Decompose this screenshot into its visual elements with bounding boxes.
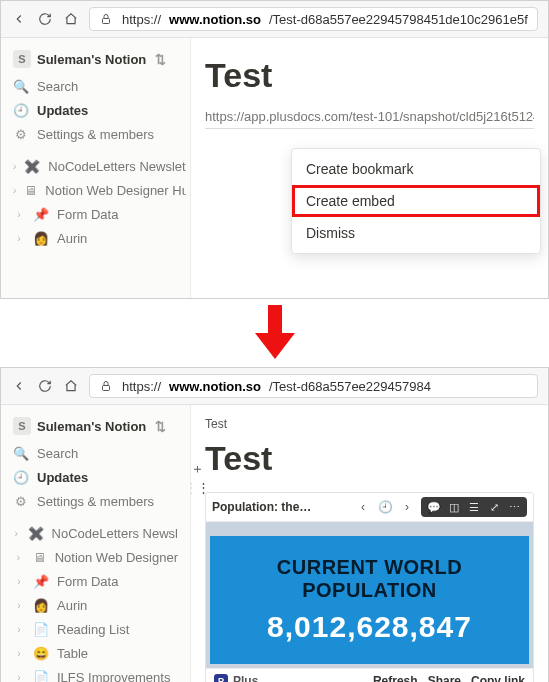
drag-handle-icon[interactable]: ⋮⋮ — [191, 479, 205, 495]
menu-create-embed[interactable]: Create embed — [292, 185, 540, 217]
prev-icon[interactable]: ‹ — [355, 499, 371, 515]
next-icon[interactable]: › — [399, 499, 415, 515]
svg-rect-2 — [103, 386, 110, 391]
reload-icon[interactable] — [37, 11, 53, 27]
chevron-right-icon[interactable]: › — [13, 600, 25, 611]
more-icon[interactable]: ⋯ — [505, 499, 523, 515]
sidebar-page[interactable]: ›🖥Notion Web Designer — [5, 545, 186, 569]
nav-search[interactable]: 🔍Search — [5, 74, 186, 98]
sidebar-page[interactable]: ›👩Aurin — [5, 226, 186, 250]
pasted-link[interactable]: https://app.plusdocs.com/test-101/snapsh… — [205, 109, 534, 129]
page-icon: ✖️ — [24, 158, 40, 174]
chevron-updown-icon: ⇅ — [152, 418, 168, 434]
page-title[interactable]: Test — [205, 56, 534, 95]
page-icon: 😄 — [33, 645, 49, 661]
page-icon: 👩 — [33, 597, 49, 613]
embed-body: CURRENT WORLD POPULATION 8,012,628,847 — [206, 522, 533, 668]
menu-dismiss[interactable]: Dismiss — [292, 217, 540, 249]
embed-copy-link[interactable]: Copy link — [471, 674, 525, 682]
block-gutter: ＋ ⋮⋮ — [191, 461, 205, 495]
layout-split-icon[interactable]: ◫ — [445, 499, 463, 515]
chevron-right-icon[interactable]: › — [13, 233, 25, 244]
embed-brand[interactable]: PPlus — [214, 674, 363, 682]
back-icon[interactable] — [11, 378, 27, 394]
address-bar[interactable]: https://www.notion.so/Test-d68a557ee2294… — [89, 374, 538, 398]
home-icon[interactable] — [63, 11, 79, 27]
sidebar-page[interactable]: ›✖️NoCodeLetters Newsl — [5, 521, 186, 545]
plus-embed: Population: the… ‹ 🕘 › 💬 ◫ ☰ ⤢ ⋯ CURRENT… — [205, 492, 534, 682]
chevron-updown-icon: ⇅ — [152, 51, 168, 67]
svg-rect-1 — [268, 305, 282, 333]
page-icon: 📄 — [33, 621, 49, 637]
browser-toolbar: https://www.notion.so/Test-d68a557ee2294… — [1, 1, 548, 38]
workspace-switcher[interactable]: S Suleman's Notion ⇅ — [5, 411, 186, 441]
flow-arrow — [0, 299, 549, 367]
brand-label: Plus — [233, 674, 258, 682]
comment-icon[interactable]: 💬 — [425, 499, 443, 515]
page-label: NoCodeLetters Newslett… — [48, 159, 186, 174]
sidebar: S Suleman's Notion ⇅ 🔍Search 🕘Updates ⚙S… — [1, 405, 191, 682]
sidebar-page[interactable]: ›📄ILFS Improvements — [5, 665, 186, 682]
nav-settings[interactable]: ⚙Settings & members — [5, 489, 186, 513]
chevron-right-icon[interactable]: › — [13, 648, 25, 659]
page-label: Aurin — [57, 231, 87, 246]
breadcrumb[interactable]: Test — [205, 415, 534, 431]
chevron-right-icon[interactable]: › — [13, 185, 16, 196]
chevron-right-icon[interactable]: › — [13, 624, 25, 635]
embed-share[interactable]: Share — [428, 674, 461, 682]
page-label: Reading List — [57, 622, 129, 637]
embed-refresh[interactable]: Refresh — [373, 674, 418, 682]
workspace-switcher[interactable]: S Suleman's Notion ⇅ — [5, 44, 186, 74]
workspace-avatar: S — [13, 50, 31, 68]
address-bar[interactable]: https://www.notion.so/Test-d68a557ee2294… — [89, 7, 538, 31]
page-label: NoCodeLetters Newsl — [52, 526, 178, 541]
sidebar-page[interactable]: ›📄Reading List — [5, 617, 186, 641]
chevron-right-icon[interactable]: › — [13, 209, 25, 220]
expand-icon[interactable]: ⤢ — [485, 499, 503, 515]
page-icon: 📄 — [33, 669, 49, 682]
url-prefix: https:// — [122, 379, 161, 394]
embed-tool-group: 💬 ◫ ☰ ⤢ ⋯ — [421, 497, 527, 517]
sidebar-page[interactable]: ›📌Form Data — [5, 569, 186, 593]
embed-title: Population: the… — [212, 500, 349, 514]
nav-label: Search — [37, 446, 78, 461]
back-icon[interactable] — [11, 11, 27, 27]
chevron-right-icon[interactable]: › — [13, 552, 24, 563]
chevron-right-icon[interactable]: › — [13, 672, 25, 683]
sidebar-page[interactable]: ›🖥Notion Web Designer Hub — [5, 178, 186, 202]
page-title[interactable]: Test — [205, 439, 534, 478]
chevron-right-icon[interactable]: › — [13, 576, 25, 587]
sidebar-page[interactable]: ›✖️NoCodeLetters Newslett… — [5, 154, 186, 178]
nav-updates[interactable]: 🕘Updates — [5, 98, 186, 122]
main-content: Test Test ＋ ⋮⋮ Population: the… ‹ 🕘 › 💬 … — [191, 405, 548, 682]
add-block-icon[interactable]: ＋ — [191, 461, 205, 477]
nav-label: Search — [37, 79, 78, 94]
page-label: Notion Web Designer — [55, 550, 178, 565]
layout-stack-icon[interactable]: ☰ — [465, 499, 483, 515]
url-host: www.notion.so — [169, 379, 261, 394]
url-path: /Test-d68a557ee229457984 — [269, 379, 431, 394]
nav-search[interactable]: 🔍Search — [5, 441, 186, 465]
nav-updates[interactable]: 🕘Updates — [5, 465, 186, 489]
page-label: Aurin — [57, 598, 87, 613]
menu-create-bookmark[interactable]: Create bookmark — [292, 153, 540, 185]
lock-icon — [98, 11, 114, 27]
gear-icon: ⚙ — [13, 493, 29, 509]
sidebar-page[interactable]: ›😄Table — [5, 641, 186, 665]
sidebar-page[interactable]: ›📌Form Data — [5, 202, 186, 226]
home-icon[interactable] — [63, 378, 79, 394]
history-icon[interactable]: 🕘 — [377, 499, 393, 515]
page-icon: 👩 — [33, 230, 49, 246]
population-card: CURRENT WORLD POPULATION 8,012,628,847 — [210, 536, 529, 664]
url-path: /Test-d68a557ee22945798451de10c2961e5f — [269, 12, 528, 27]
sidebar-page[interactable]: ›👩Aurin — [5, 593, 186, 617]
page-label: Form Data — [57, 207, 118, 222]
page-label: Form Data — [57, 574, 118, 589]
browser-toolbar: https://www.notion.so/Test-d68a557ee2294… — [1, 368, 548, 405]
page-icon: ✖️ — [28, 525, 44, 541]
nav-settings[interactable]: ⚙Settings & members — [5, 122, 186, 146]
reload-icon[interactable] — [37, 378, 53, 394]
embed-toolbar: Population: the… ‹ 🕘 › 💬 ◫ ☰ ⤢ ⋯ — [206, 493, 533, 522]
chevron-right-icon[interactable]: › — [13, 528, 20, 539]
chevron-right-icon[interactable]: › — [13, 161, 16, 172]
